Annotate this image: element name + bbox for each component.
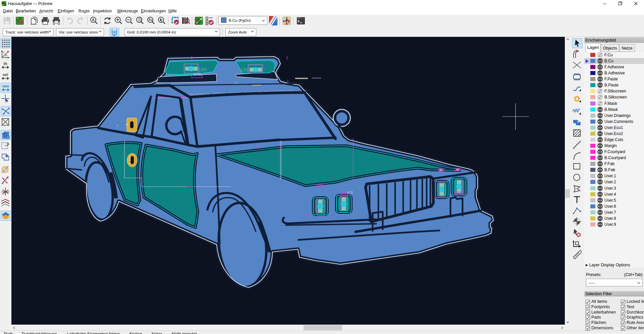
svg-text:B: B xyxy=(116,124,119,128)
svg-text:A: A xyxy=(92,18,95,22)
svg-text:LED: LED xyxy=(241,68,249,73)
svg-text:in: in xyxy=(4,61,7,66)
svg-text:θ: θ xyxy=(5,54,7,57)
svg-text:2 GND: 2 GND xyxy=(128,156,131,164)
svg-text:r: r xyxy=(3,51,5,54)
svg-text:470: 470 xyxy=(194,72,201,76)
svg-text:mil: mil xyxy=(3,73,8,77)
svg-text:470: 470 xyxy=(347,191,353,195)
svg-text:1: 1 xyxy=(125,124,129,125)
svg-text:LED: LED xyxy=(199,68,206,72)
svg-text:mm: mm xyxy=(2,84,9,88)
